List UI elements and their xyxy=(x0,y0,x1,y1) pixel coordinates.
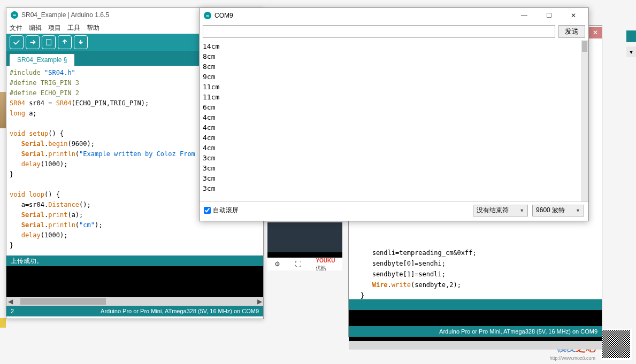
serial-output[interactable]: 14cm 8cm 8cm 9cm 11cm 11cm 6cm 4cm 4cm 4… xyxy=(200,40,588,202)
output-line: 4cm xyxy=(203,143,585,153)
arduino-logo-icon: ∞ xyxy=(204,12,211,19)
hscroll-track[interactable] xyxy=(349,341,602,350)
svg-rect-0 xyxy=(47,40,51,45)
output-line: 8cm xyxy=(203,51,585,61)
window-title: COM9 xyxy=(214,12,233,19)
serial-footer: 自动滚屏 没有结束符▼ 9600 波特▼ xyxy=(200,202,588,219)
autoscroll-input[interactable] xyxy=(204,207,211,214)
output-line: 3cm xyxy=(203,183,585,193)
output-line: 4cm xyxy=(203,122,585,133)
upload-button[interactable] xyxy=(26,35,40,49)
settings-icon[interactable]: ⚙ xyxy=(274,260,280,268)
save-button[interactable] xyxy=(74,35,88,49)
serial-monitor-window: ∞ COM9 — ☐ ✕ 发送 14cm 8cm 8cm 9cm 11cm 11… xyxy=(199,7,589,221)
youku-logo: YOUKU优酷 xyxy=(316,257,335,272)
input-row: 发送 xyxy=(200,23,588,40)
board-info: Arduino Pro or Pro Mini, ATmega328 (5V, … xyxy=(101,308,259,314)
menu-edit[interactable]: 编辑 xyxy=(29,24,42,33)
output-line: 4cm xyxy=(203,133,585,143)
line-ending-select[interactable]: 没有结束符▼ xyxy=(473,205,528,216)
fullscreen-icon[interactable]: ⛶ xyxy=(295,260,301,268)
scroll-right-icon[interactable]: ▶ xyxy=(256,298,263,305)
maximize-button[interactable]: ☐ xyxy=(538,9,560,22)
footer-bar: Arduino Pro or Pro Mini, ATmega328 (5V, … xyxy=(349,326,602,337)
output-line: 11cm xyxy=(203,82,585,92)
output-line: 11cm xyxy=(203,92,585,102)
background-fragment xyxy=(0,92,6,128)
output-line: 9cm xyxy=(203,72,585,82)
console-output xyxy=(6,266,263,297)
video-player: ⚙ ⛶ YOUKU优酷 xyxy=(267,222,342,270)
close-button[interactable]: ✕ xyxy=(563,9,584,22)
send-button[interactable]: 发送 xyxy=(558,25,585,38)
close-button[interactable]: ✕ xyxy=(589,27,602,38)
status-bar: 上传成功。 xyxy=(6,255,263,266)
qr-code xyxy=(601,329,632,360)
minimize-button[interactable]: — xyxy=(514,9,535,22)
menu-sketch[interactable]: 项目 xyxy=(48,24,61,33)
output-line: 6cm xyxy=(203,102,585,112)
output-line: 8cm xyxy=(203,61,585,72)
serial-input[interactable] xyxy=(203,25,555,38)
arduino-logo-icon: ∞ xyxy=(11,11,18,19)
chevron-down-icon: ▼ xyxy=(576,208,580,213)
output-line: 14cm xyxy=(203,41,585,51)
chevron-down-icon: ▼ xyxy=(519,208,524,213)
code-fragment: sendli=tempreading_cm&0xff; sendbyte[0]=… xyxy=(361,247,477,301)
menu-file[interactable]: 文件 xyxy=(10,24,22,33)
scroll-thumb[interactable] xyxy=(20,298,106,305)
window-title: SR04_Example | Arduino 1.6.5 xyxy=(21,11,109,19)
open-button[interactable] xyxy=(58,35,72,49)
tab-sketch[interactable]: SR04_Example § xyxy=(10,54,74,66)
output-line: 3cm xyxy=(203,163,585,173)
output-line: 3cm xyxy=(203,173,585,183)
horizontal-scrollbar[interactable]: ◀ ▶ xyxy=(6,297,263,306)
background-fragment xyxy=(0,318,6,328)
output-line: 3cm xyxy=(203,153,585,163)
verify-button[interactable] xyxy=(10,35,24,49)
vertical-scrollbar[interactable] xyxy=(581,40,588,202)
output-line: 4cm xyxy=(203,112,585,122)
baud-rate-select[interactable]: 9600 波特▼ xyxy=(532,205,584,216)
menu-tools[interactable]: 工具 xyxy=(67,24,80,33)
menu-help[interactable]: 帮助 xyxy=(87,24,99,33)
status-bar xyxy=(349,299,602,310)
tab-bar-fragment xyxy=(626,30,636,42)
scroll-thumb[interactable] xyxy=(582,41,587,52)
line-number: 2 xyxy=(11,308,14,314)
watermark-url: http://www.moz8.com xyxy=(549,355,595,361)
titlebar: ∞ COM9 — ☐ ✕ xyxy=(200,8,588,23)
tab-dropdown-icon[interactable]: ▾ xyxy=(626,47,636,57)
autoscroll-checkbox[interactable]: 自动滚屏 xyxy=(204,206,239,215)
scroll-left-icon[interactable]: ◀ xyxy=(6,298,14,305)
footer-bar: 2 Arduino Pro or Pro Mini, ATmega328 (5V… xyxy=(6,306,263,316)
new-button[interactable] xyxy=(42,35,56,49)
